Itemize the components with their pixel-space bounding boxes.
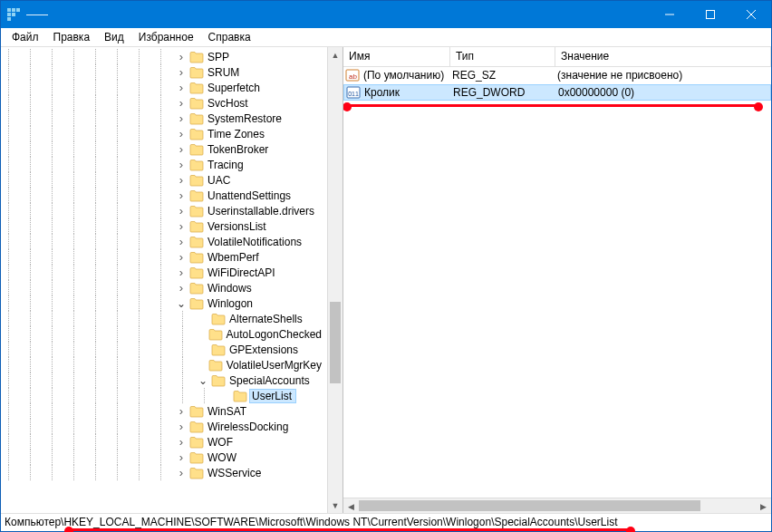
tree-item[interactable]: UnattendSettings: [1, 188, 327, 203]
expand-icon[interactable]: [175, 205, 188, 218]
tree-item[interactable]: SRUM: [1, 64, 327, 80]
folder-icon: [189, 66, 204, 79]
tree-item[interactable]: VolatileNotifications: [1, 234, 327, 249]
menu-help[interactable]: Справка: [201, 29, 258, 45]
tree-item[interactable]: AlternateShells: [1, 311, 327, 326]
scroll-right-button[interactable]: ▶: [756, 498, 771, 514]
scroll-left-button[interactable]: ◀: [343, 498, 359, 514]
list-rows[interactable]: ab (По умолчанию) REG_SZ (значение не пр…: [343, 67, 771, 498]
tree-item[interactable]: Winlogon: [1, 295, 327, 311]
tree-item[interactable]: Time Zones: [1, 126, 327, 141]
expand-icon[interactable]: [175, 421, 188, 433]
tree-item[interactable]: SvcHost: [1, 95, 327, 111]
expand-icon[interactable]: [175, 51, 188, 63]
scroll-thumb[interactable]: [359, 500, 700, 511]
expand-icon[interactable]: [175, 436, 188, 449]
dword-value-icon: 011: [346, 85, 361, 100]
menu-edit[interactable]: Правка: [46, 29, 98, 45]
expand-icon[interactable]: [175, 236, 188, 248]
menu-view[interactable]: Вид: [97, 29, 131, 45]
tree-item-label: SpecialAccounts: [229, 374, 315, 387]
tree-item-label: UnattendSettings: [207, 189, 296, 202]
folder-icon: [189, 112, 204, 125]
expand-icon[interactable]: [175, 282, 188, 295]
folder-icon: [211, 313, 226, 325]
close-button[interactable]: [730, 1, 771, 28]
tree-item[interactable]: Windows: [1, 280, 327, 295]
tree-item-label: AutoLogonChecked: [227, 328, 327, 341]
collapse-icon[interactable]: [197, 374, 209, 387]
tree-item[interactable]: AutoLogonChecked: [1, 326, 327, 342]
scroll-thumb[interactable]: [330, 302, 341, 383]
expand-icon[interactable]: [175, 128, 188, 140]
list-row[interactable]: 011 Кролик REG_DWORD 0x00000000 (0): [343, 84, 771, 102]
tree-item-label: SvcHost: [207, 97, 254, 110]
scroll-up-button[interactable]: ▲: [328, 47, 343, 63]
expand-icon[interactable]: [175, 467, 188, 479]
regedit-icon: [6, 7, 21, 22]
tree-item[interactable]: GPExtensions: [1, 342, 327, 357]
list-row[interactable]: ab (По умолчанию) REG_SZ (значение не пр…: [343, 67, 771, 84]
maximize-button[interactable]: [690, 1, 730, 28]
tree-item-label: GPExtensions: [229, 343, 304, 356]
tree-item[interactable]: WinSAT: [1, 403, 327, 419]
folder-icon: [189, 282, 204, 295]
expand-icon[interactable]: [175, 66, 188, 79]
status-path: Компьютер\HKEY_LOCAL_MACHINE\SOFTWARE\Mi…: [5, 516, 618, 528]
menubar: Файл Правка Вид Избранное Справка: [1, 28, 771, 47]
window: —— Файл Правка Вид Избранное Справка SPP…: [0, 0, 772, 532]
tree-item[interactable]: WOF: [1, 434, 327, 450]
expand-icon[interactable]: [175, 266, 188, 279]
tree-item-label: WiFiDirectAPI: [207, 266, 281, 279]
folder-icon: [208, 359, 223, 372]
tree-item[interactable]: VolatileUserMgrKey: [1, 357, 327, 372]
expand-icon[interactable]: [175, 174, 188, 187]
expand-icon[interactable]: [175, 112, 188, 125]
tree-item[interactable]: TokenBroker: [1, 141, 327, 157]
tree-item[interactable]: UAC: [1, 172, 327, 188]
expand-icon[interactable]: [175, 159, 188, 171]
folder-icon: [189, 51, 204, 63]
titlebar[interactable]: ——: [1, 1, 771, 28]
window-title: ——: [26, 8, 649, 21]
expand-icon[interactable]: [175, 251, 188, 264]
tree-item[interactable]: SystemRestore: [1, 111, 327, 126]
tree-vertical-scrollbar[interactable]: ▲ ▼: [327, 47, 343, 513]
folder-icon: [189, 251, 204, 264]
tree-item[interactable]: SpecialAccounts: [1, 372, 327, 388]
folder-icon: [189, 421, 204, 433]
header-name[interactable]: Имя: [343, 47, 450, 66]
list-horizontal-scrollbar[interactable]: ◀ ▶: [343, 498, 771, 513]
expand-icon[interactable]: [175, 82, 188, 94]
tree-item-label: SystemRestore: [207, 112, 287, 125]
header-value[interactable]: Значение: [555, 47, 771, 66]
folder-icon: [189, 82, 204, 94]
menu-file[interactable]: Файл: [5, 29, 46, 45]
tree-item[interactable]: WOW: [1, 450, 327, 465]
tree-item[interactable]: VersionsList: [1, 218, 327, 234]
tree-item[interactable]: SPP: [1, 49, 327, 64]
expand-icon[interactable]: [175, 189, 188, 202]
header-type[interactable]: Тип: [450, 47, 555, 66]
tree-item[interactable]: WirelessDocking: [1, 419, 327, 434]
tree-view[interactable]: SPPSRUMSuperfetchSvcHostSystemRestoreTim…: [1, 47, 327, 513]
scroll-down-button[interactable]: ▼: [328, 498, 343, 513]
tree-item-label: Time Zones: [207, 128, 270, 140]
expand-icon[interactable]: [175, 220, 188, 233]
expand-icon[interactable]: [175, 451, 188, 464]
tree-item[interactable]: WSService: [1, 465, 327, 480]
tree-item[interactable]: WbemPerf: [1, 249, 327, 265]
tree-item[interactable]: Tracing: [1, 157, 327, 172]
tree-item[interactable]: Userinstallable.drivers: [1, 203, 327, 218]
expand-icon[interactable]: [175, 97, 188, 110]
tree-item[interactable]: UserList: [1, 388, 327, 403]
tree-item[interactable]: Superfetch: [1, 80, 327, 95]
svg-rect-5: [7, 17, 11, 21]
minimize-button[interactable]: [649, 1, 690, 28]
collapse-icon[interactable]: [175, 297, 188, 310]
menu-favorites[interactable]: Избранное: [131, 29, 201, 45]
expand-icon[interactable]: [175, 405, 188, 418]
tree-item-label: SRUM: [207, 66, 245, 79]
tree-item[interactable]: WiFiDirectAPI: [1, 265, 327, 280]
expand-icon[interactable]: [175, 143, 188, 156]
